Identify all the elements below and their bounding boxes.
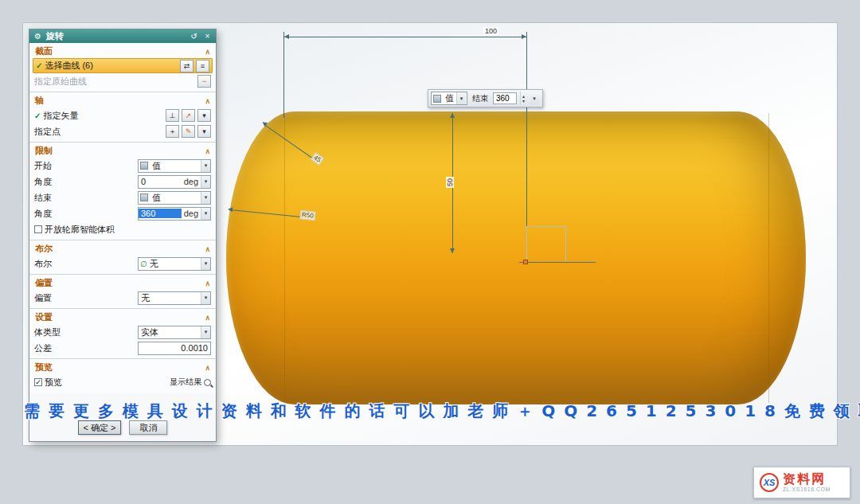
dialog-title: 旋转	[46, 30, 64, 42]
dimension-extension-line	[283, 32, 284, 118]
caret-down-icon[interactable]: ▾	[456, 92, 466, 104]
section-sketch-profile[interactable]	[526, 226, 566, 263]
curve-list-icon[interactable]: ≡	[196, 60, 209, 72]
end-angle-value-selected[interactable]: 360	[139, 209, 182, 218]
dialog-gear-icon[interactable]: ⚙	[33, 32, 43, 41]
preview-group: 预览 ∧ ✓ 预览 显示结果	[29, 359, 216, 393]
specify-vector-row: ✓ 指定矢量 ⊥ ↗ ▾	[29, 107, 216, 123]
body-type-label: 体类型	[34, 326, 61, 338]
revolve-axis-line	[519, 262, 596, 263]
caret-down-icon[interactable]: ▾	[201, 292, 210, 304]
dimension-arrow	[450, 248, 455, 253]
close-icon[interactable]: ×	[202, 32, 213, 41]
tolerance-row: 公差 0.0010	[29, 340, 216, 356]
start-angle-value[interactable]: 0	[139, 177, 182, 186]
settings-group: 设置 ∧ 体类型 实体 ▾ 公差 0.0010	[29, 309, 216, 359]
offset-group-header[interactable]: 偏置	[35, 277, 53, 289]
start-limit-row: 开始 值 ▾	[29, 158, 216, 174]
settings-group-header[interactable]: 设置	[35, 311, 53, 323]
start-limit-dropdown[interactable]: 值 ▾	[138, 159, 211, 173]
inferred-vector-icon[interactable]: ↗	[182, 109, 195, 122]
end-limit-dropdown[interactable]: 值 ▾	[138, 191, 211, 205]
chevron-up-icon[interactable]: ∧	[205, 48, 210, 56]
limit-type-dropdown[interactable]: 值 ▾	[431, 92, 467, 105]
dimension-arrow	[450, 113, 455, 118]
boolean-group-header[interactable]: 布尔	[35, 243, 53, 255]
caret-down-icon[interactable]: ▾	[201, 208, 210, 220]
chevron-up-icon[interactable]: ∧	[205, 245, 210, 253]
tolerance-value[interactable]: 0.0010	[139, 343, 210, 353]
end-angle-field[interactable]: 360 deg ▾	[138, 207, 211, 221]
chevron-up-icon[interactable]: ∧	[205, 314, 210, 322]
reverse-curve-icon[interactable]: ⇄	[180, 60, 194, 72]
start-angle-field[interactable]: 0 deg ▾	[138, 175, 211, 189]
specify-vector-label: 指定矢量	[43, 110, 163, 122]
cancel-button[interactable]: 取消	[129, 420, 167, 435]
open-profile-checkbox[interactable]	[34, 225, 42, 233]
body-type-dropdown[interactable]: 实体 ▾	[138, 326, 211, 339]
end-angle-options[interactable]: ▾	[530, 92, 540, 105]
limits-group-header[interactable]: 限制	[35, 145, 53, 157]
axis-origin-handle[interactable]	[523, 260, 528, 264]
point-options-caret-icon[interactable]: ▾	[197, 125, 211, 138]
height-dimension-label[interactable]: 50	[446, 177, 454, 188]
chevron-up-icon[interactable]: ∧	[205, 279, 210, 287]
end-limit-row: 结束 值 ▾	[29, 189, 216, 205]
vector-dialog-icon[interactable]: ⊥	[166, 109, 179, 122]
boolean-dropdown[interactable]: ∅ 无 ▾	[138, 257, 211, 271]
body-type-value: 实体	[139, 326, 201, 338]
section-group: 截面 ∧ ✓ 选择曲线 (6) ⇄ ≡ 指定原始曲线 ～	[29, 43, 216, 92]
watermark-text: 需 要 更 多 模 具 设 计 资 料 和 软 件 的 话 可 以 加 老 师 …	[24, 400, 839, 422]
check-icon: ✓	[36, 61, 42, 70]
point-dialog-icon[interactable]: ＋	[166, 125, 179, 138]
select-curve-label: 选择曲线 (6)	[45, 60, 178, 72]
offset-dropdown[interactable]: 无 ▾	[138, 291, 211, 305]
value-icon	[433, 95, 441, 103]
ok-button[interactable]: < 确定 >	[78, 420, 122, 435]
offset-label: 偏置	[34, 292, 52, 304]
start-label: 开始	[34, 160, 52, 172]
chevron-up-icon[interactable]: ∧	[205, 364, 210, 372]
caret-down-icon[interactable]: ▾	[201, 176, 210, 188]
end-angle-input[interactable]: 360	[493, 92, 517, 104]
caret-down-icon[interactable]: ▾	[201, 326, 210, 338]
show-result-magnifier-icon[interactable]	[204, 379, 211, 386]
axis-group-header[interactable]: 轴	[35, 95, 44, 107]
dimension-arrow	[522, 34, 526, 39]
preview-checkbox[interactable]: ✓	[34, 378, 42, 386]
chevron-up-icon[interactable]: ∧	[205, 147, 210, 155]
chevron-up-icon[interactable]: ∧	[205, 97, 210, 105]
leader-arrow	[228, 207, 233, 213]
caret-down-icon[interactable]: ▾	[201, 160, 210, 172]
point-constructor-icon[interactable]: ✎	[182, 125, 195, 138]
caret-down-icon[interactable]: ▾	[530, 92, 539, 105]
radius-dimension-label[interactable]: R50	[299, 210, 315, 221]
boolean-group: 布尔 ∧ 布尔 ∅ 无 ▾	[29, 240, 216, 275]
tolerance-field[interactable]: 0.0010	[138, 342, 211, 355]
vector-options-caret-icon[interactable]: ▾	[197, 109, 211, 122]
preview-label: 预览	[45, 377, 167, 389]
select-curve-row[interactable]: ✓ 选择曲线 (6) ⇄ ≡	[33, 58, 213, 73]
caret-down-icon[interactable]: ▾	[201, 192, 210, 204]
dialog-titlebar[interactable]: ⚙ 旋转 ↺ ×	[29, 29, 216, 43]
origin-curve-icon[interactable]: ～	[197, 75, 211, 88]
section-group-header[interactable]: 截面	[35, 45, 53, 57]
body-type-row: 体类型 实体 ▾	[29, 324, 216, 340]
end-angle-value: 360	[496, 94, 510, 103]
reset-icon[interactable]: ↺	[189, 32, 199, 41]
dimension-arrow	[284, 34, 289, 39]
end-angle-row: 角度 360 deg ▾	[29, 205, 216, 221]
spinner-down-icon[interactable]: ▾	[521, 99, 526, 104]
logo-brand-text: 资料网	[783, 472, 831, 486]
end-angle-label: 结束	[471, 93, 490, 104]
dimension-line-length	[284, 37, 526, 37]
preview-group-header[interactable]: 预览	[35, 361, 53, 373]
limits-group: 限制 ∧ 开始 值 ▾ 角度 0 deg ▾ 结束	[29, 143, 216, 240]
caret-down-icon[interactable]: ▾	[201, 258, 210, 270]
length-dimension-label[interactable]: 100	[483, 27, 498, 35]
end-angle-spinner[interactable]: ▴ ▾	[520, 92, 526, 105]
open-profile-label: 开放轮廓智能体积	[45, 224, 115, 236]
preview-row: ✓ 预览 显示结果	[29, 374, 216, 390]
boolean-label: 布尔	[34, 258, 52, 270]
specify-point-label: 指定点	[34, 126, 163, 138]
